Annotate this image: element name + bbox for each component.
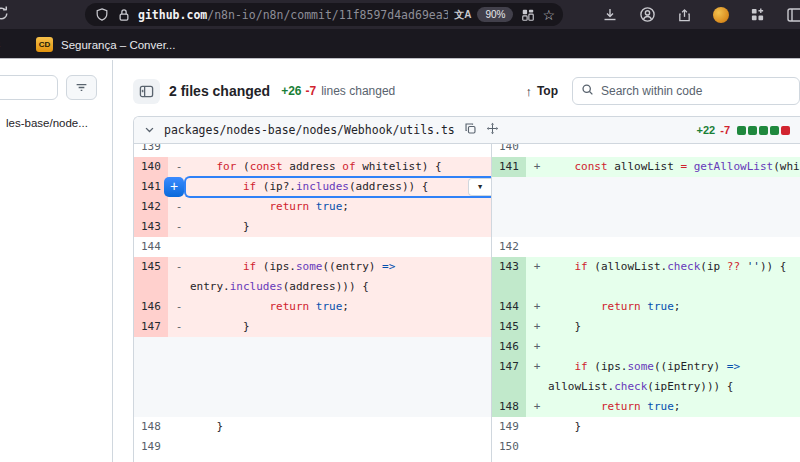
file-filter-button[interactable] [66,75,97,100]
code-line [190,237,491,257]
collapse-file-icon[interactable] [144,121,155,139]
diff-row-left-144: 144 [134,237,491,257]
diff-row-left-143: 143- } [134,217,491,237]
top-label: Top [537,84,558,98]
sidebar-toggle-icon[interactable] [786,6,800,24]
file-diff-stat: +22 -7 [697,124,790,136]
code-line: const allowList = getAllowList(whitelist [548,157,800,177]
reload-icon[interactable] [0,5,10,22]
line-number[interactable]: 140 [134,157,168,177]
line-number[interactable]: 147 [134,317,168,337]
toggle-file-tree-button[interactable] [133,79,160,104]
share-icon[interactable] [677,7,692,23]
code-line [548,337,800,357]
code-line: return true; [190,197,491,217]
shield-icon[interactable] [95,7,109,22]
diff-row-right-141: 141+ const allowList = getAllowList(whit… [492,157,800,177]
tab-favicon: CD [36,37,53,52]
line-number[interactable]: 148 [492,397,526,417]
diff-row-right-147: 147+ if (ips.some((ipEntry) => allowList… [492,357,800,397]
diff-row-left-141: 141 if (ip?.includes(address)) {+▼ [134,177,491,197]
search-within-code[interactable] [572,77,800,105]
code-line: for (const address of whitelist) { [190,157,491,177]
back-to-top-link[interactable]: ↑Top [525,84,558,99]
diff-row-left-148: 148 } [134,417,491,437]
bookmark-star-icon[interactable]: ☆ [542,7,555,23]
line-number[interactable]: 140 [492,144,526,157]
line-number[interactable]: 149 [492,417,526,437]
lock-icon [118,8,130,22]
diff-pane-additions: 140141+ const allowList = getAllowList(w… [491,144,800,462]
diff-sign: + [526,297,548,317]
line-number[interactable]: 144 [492,297,526,317]
file-filter-input[interactable] [0,75,58,100]
diff-sign: - [168,217,190,237]
line-number[interactable]: 141 [492,157,526,177]
line-number[interactable]: 142 [134,197,168,217]
add-comment-button[interactable]: + [164,177,184,197]
extension-icon[interactable] [713,7,729,23]
code-line: } [548,317,800,337]
line-number[interactable]: 139 [134,144,168,157]
file-tree-item[interactable]: les-base/node... [6,117,88,129]
diff-summary-header: 2 files changed +26 -7 lines changed ↑To… [133,77,800,105]
diff-sign: + [526,357,548,397]
diff-row-right-149: 149 } [492,417,800,437]
translate-icon[interactable]: 文A [454,8,471,22]
extensions-puzzle-icon[interactable] [750,7,765,22]
line-number[interactable]: 145 [492,317,526,337]
line-number[interactable]: 150 [134,457,168,462]
diff-sign: - [168,297,190,317]
github-page: les-base/node... 2 files changed +26 -7 … [0,60,800,462]
diff-row-left-149: 149 [134,437,491,457]
zoom-level-badge[interactable]: 90% [477,7,513,22]
url-host: github.com [138,8,207,22]
diff-sign: + [526,157,548,177]
line-number[interactable]: 146 [492,337,526,357]
diff-row-right-151: 151 return false; [492,457,800,462]
diff-row-right-148: 148+ return true; [492,397,800,417]
diff-sign [168,144,190,157]
line-number[interactable]: 148 [134,417,168,437]
account-icon[interactable] [639,6,656,23]
active-tab[interactable]: CD Segurança – Conver... [26,32,185,57]
line-number[interactable]: 151 [492,457,526,462]
diff-row-right-146: 146+ [492,337,800,357]
line-number[interactable]: 141 [134,177,168,197]
code-line: return true; [548,297,800,317]
lines-changed-label: lines changed [321,84,395,98]
downloads-icon[interactable] [602,7,618,23]
files-changed-title: 2 files changed [169,83,270,99]
diff-sign [168,457,190,462]
search-icon [581,82,594,100]
line-number[interactable]: 143 [492,257,526,297]
code-line: } [548,417,800,437]
line-number[interactable]: 142 [492,237,526,257]
move-handle-icon[interactable] [486,121,499,139]
line-number[interactable]: 147 [492,357,526,397]
url-bar[interactable]: github.com/n8n-io/n8n/commit/11f8597d4ad… [85,3,563,26]
diff-sign: + [526,317,548,337]
reader-grid-icon[interactable] [521,8,535,22]
line-number[interactable]: 145 [134,257,168,297]
search-input[interactable] [601,84,751,98]
tab-title: Segurança – Conver... [61,39,175,51]
diff-sign: - [168,257,190,297]
line-number[interactable]: 146 [134,297,168,317]
browser-toolbar: github.com/n8n-io/n8n/commit/11f8597d4ad… [0,0,800,29]
line-number[interactable]: 144 [134,237,168,257]
line-number[interactable]: 150 [492,437,526,457]
code-line: if (allowList.check(ip ?? '')) { [548,257,800,297]
diff-row-left-150: 150 return false; [134,457,491,462]
line-number[interactable]: 143 [134,217,168,237]
line-menu-caret-button[interactable]: ▼ [468,178,491,196]
diff-row-right-143: 143+ if (allowList.check(ip ?? '')) { [492,257,800,297]
line-number[interactable]: 149 [134,437,168,457]
copy-path-icon[interactable] [464,121,477,139]
diff-row-right-144: 144+ return true; [492,297,800,317]
diff-row-left-139: 139 [134,144,491,157]
diff-pane-deletions: 139140- for (const address of whitelist)… [134,144,491,462]
diff-row-left-filler-9 [134,337,491,417]
diff-sign [526,144,548,157]
diff-sign [168,417,190,437]
